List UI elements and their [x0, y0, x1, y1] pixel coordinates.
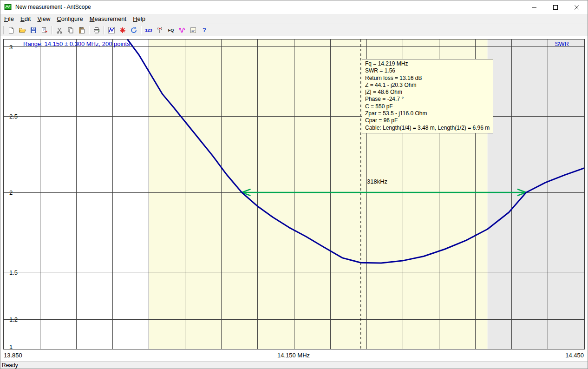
y-axis-label: 2.5 [9, 113, 24, 120]
help-icon: ? [203, 26, 206, 33]
maximize-icon [553, 5, 558, 10]
print-button[interactable] [91, 25, 102, 35]
menu-item-help[interactable]: Help [130, 14, 149, 23]
print-icon [93, 26, 100, 34]
refresh-button[interactable] [128, 25, 139, 35]
open-folder-button[interactable] [17, 25, 28, 35]
chart-icon [108, 26, 115, 34]
numbers-123-button[interactable]: 123 [143, 25, 154, 35]
antenna-signal-icon [156, 26, 163, 34]
range-label: Range: 14.150 ± 0.300 MHz, 200 points [23, 40, 130, 47]
toolbar-separator [141, 26, 142, 34]
minimize-icon [531, 5, 537, 10]
cut-icon [56, 26, 63, 34]
help-button[interactable]: ? [199, 25, 210, 35]
y-axis-label: 3 [9, 43, 24, 50]
new-document-button[interactable] [6, 25, 17, 35]
titlebar[interactable]: New measurement - AntScope [0, 0, 588, 14]
new-document-icon [7, 26, 15, 34]
y-axis-label: 1 [9, 343, 24, 350]
chart-button[interactable] [106, 25, 117, 35]
tooltip-line: Cable: Length(1/4) = 3.48 m, Length(1/2)… [365, 125, 490, 132]
tooltip-line: Phase = -24.7 ° [365, 96, 490, 103]
cursor-tooltip: Fq = 14.219 MHzSWR = 1.56Return loss = 1… [362, 59, 493, 133]
minimize-button[interactable] [523, 0, 545, 14]
y-axis-label: 1.5 [9, 269, 24, 276]
antenna-signal-button[interactable] [154, 25, 165, 35]
swr-mode-label: SWR [555, 40, 569, 47]
statusbar: Ready [0, 361, 588, 369]
paste-button[interactable] [76, 25, 87, 35]
export-data-button[interactable] [39, 25, 50, 35]
tooltip-line: Fq = 14.219 MHz [365, 60, 490, 67]
close-icon [574, 5, 580, 10]
tooltip-line: Zpar = 53.5 - j116.0 Ohm [365, 110, 490, 117]
toolbar: 123 FQ ? [0, 24, 588, 36]
frequency-button[interactable]: FQ [165, 25, 176, 35]
menu-item-file[interactable]: File [1, 14, 17, 23]
menu-item-view[interactable]: View [34, 14, 53, 23]
tooltip-line: |Z| = 48.6 Ohm [365, 89, 490, 96]
status-text: Ready [2, 362, 18, 369]
paste-icon [78, 26, 85, 34]
copy-button[interactable] [65, 25, 76, 35]
save-icon [30, 26, 37, 34]
cut-button[interactable] [54, 25, 65, 35]
window-controls [523, 0, 588, 14]
notes-icon [189, 26, 197, 34]
toolbar-separator [104, 26, 105, 34]
tooltip-line: Return loss = 13.16 dB [365, 75, 490, 82]
app-icon [4, 3, 12, 11]
x-axis-label-min: 13.850 [4, 352, 22, 359]
toolbar-separator [3, 26, 4, 34]
waveform-button[interactable] [176, 25, 188, 35]
plot-frame[interactable] [3, 39, 585, 349]
copy-icon [67, 26, 74, 34]
waveform-icon [178, 26, 186, 34]
menubar: FileEditViewConfigureMeasurementHelp [0, 14, 588, 24]
menu-item-edit[interactable]: Edit [17, 14, 34, 23]
out-of-band-region [488, 40, 584, 349]
maximize-button[interactable] [545, 0, 566, 14]
tooltip-line: Z = 44.1 - j20.3 Ohm [365, 82, 490, 89]
x-axis-label-center: 14.150 MHz [247, 352, 340, 359]
x-axis-label-max: 14.450 [547, 352, 584, 359]
y-axis-label: 2 [9, 189, 24, 196]
y-axis-label: 1.2 [9, 316, 24, 323]
numbers-123-icon: 123 [145, 28, 152, 33]
settings-burst-button[interactable] [117, 25, 128, 35]
frequency-icon: FQ [168, 28, 174, 33]
notes-button[interactable] [188, 25, 199, 35]
tooltip-line: SWR = 1.56 [365, 67, 490, 74]
toolbar-separator [52, 26, 52, 34]
chart-area: Range: 14.150 ± 0.300 MHz, 200 points SW… [0, 36, 588, 361]
save-button[interactable] [28, 25, 39, 35]
close-button[interactable] [566, 0, 588, 14]
menu-item-measurement[interactable]: Measurement [86, 14, 130, 23]
export-data-icon [41, 26, 48, 34]
bandwidth-label: 318kHz [367, 178, 387, 185]
tooltip-line: C = 550 pF [365, 103, 490, 110]
toolbar-separator [89, 26, 90, 34]
menu-item-configure[interactable]: Configure [53, 14, 86, 23]
swr-chart[interactable] [4, 40, 584, 349]
tooltip-line: Cpar = 96 pF [365, 117, 490, 124]
settings-burst-icon [119, 26, 126, 34]
window-title: New measurement - AntScope [15, 4, 91, 10]
refresh-icon [130, 26, 137, 34]
open-folder-icon [19, 26, 26, 34]
